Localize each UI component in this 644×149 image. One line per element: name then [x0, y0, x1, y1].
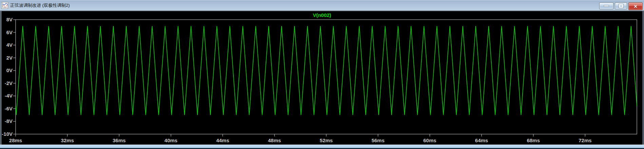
y-tick-label: -2V [5, 80, 13, 86]
plot-border [16, 20, 637, 134]
waveform-app-icon [1, 2, 8, 9]
y-tick-label: 0V [6, 67, 13, 73]
window-left-border [0, 11, 1, 145]
x-tick-label: 68ms [527, 137, 540, 143]
close-button[interactable]: ✕ [628, 2, 643, 10]
minimize-icon [604, 5, 609, 7]
window-bottom-border [0, 145, 644, 149]
minimize-button[interactable] [599, 2, 613, 9]
y-tick-label: 2V [6, 55, 13, 61]
close-icon: ✕ [633, 4, 638, 9]
maximize-button[interactable] [615, 2, 627, 9]
window-title: 正弦波调制改进 (双极性调制2) [10, 0, 70, 10]
x-tick-label: 56ms [372, 137, 384, 143]
x-tick-label: 36ms [113, 137, 126, 143]
x-tick-label: 32ms [61, 137, 74, 143]
x-tick-label: 44ms [216, 137, 229, 143]
maximize-icon [619, 4, 623, 8]
y-tick-label: -4V [5, 93, 13, 99]
x-tick-label: 28ms [9, 137, 22, 143]
window-controls: ✕ [599, 2, 643, 10]
waveform-trace [16, 26, 637, 115]
title-bar[interactable]: 正弦波调制改进 (双极性调制2) ✕ [0, 0, 644, 10]
y-tick-label: -10V [2, 131, 13, 137]
plot-area[interactable]: V(n002) 8V6V4V2V0V-2V-4V-6V-8V-10V28ms32… [1, 11, 643, 145]
y-tick-label: 6V [6, 29, 13, 35]
trace-legend[interactable]: V(n002) [313, 12, 331, 18]
waveform-viewer-window: 正弦波调制改进 (双极性调制2) ✕ V(n002) 8V6V4V2V0V-2V… [0, 0, 644, 149]
x-tick-label: 60ms [423, 137, 436, 143]
x-tick-label: 48ms [268, 137, 281, 143]
y-tick-label: 4V [6, 42, 13, 48]
x-tick-label: 64ms [475, 137, 488, 143]
y-tick-label: 8V [6, 17, 13, 22]
y-tick-label: -6V [5, 106, 13, 111]
window-right-border [643, 11, 644, 145]
x-tick-label: 72ms [579, 137, 591, 143]
y-tick-label: -8V [5, 118, 13, 124]
x-tick-label: 52ms [320, 137, 333, 143]
x-tick-label: 40ms [165, 137, 177, 143]
